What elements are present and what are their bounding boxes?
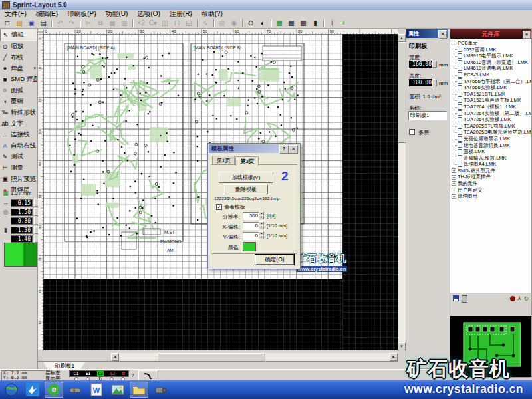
menu-item-5[interactable]: 注册(R) (165, 9, 197, 19)
save-icon[interactable]: ▣ (26, 19, 37, 28)
dialog-help-icon[interactable]: ? (279, 145, 289, 154)
duplicate-x2-icon[interactable]: ×2 (136, 19, 147, 28)
library-file[interactable]: LM3915电平指示.LMK (450, 53, 531, 59)
tool-trace[interactable]: ╱布线 (0, 52, 37, 63)
cut-icon[interactable]: ✂ (83, 19, 94, 28)
menu-item-3[interactable]: 功能(U) (100, 9, 132, 19)
track-width-setting[interactable]: ↔ 0.15 (2, 199, 39, 207)
width-spin-button[interactable] (432, 61, 437, 68)
delete-icon[interactable]: ▥ (119, 19, 130, 28)
height-value[interactable]: 100.00 (409, 79, 433, 86)
dropdown-arrow-icon[interactable]: ▾ (33, 66, 36, 71)
tool-test[interactable]: ✎测试 (0, 152, 37, 163)
smd-height-setting[interactable]: 1.40 (2, 235, 39, 243)
library-file[interactable]: 继电器音源切换.LMK (450, 142, 531, 149)
width-value[interactable]: 160.00 (409, 61, 433, 68)
library-group[interactable]: +SMD-贴片型元件 (450, 168, 531, 174)
multilayer-checkbox[interactable] (409, 129, 415, 135)
menu-item-4[interactable]: 选项(O) (132, 9, 164, 19)
height-spin-button[interactable] (432, 79, 437, 86)
pad-size-setting[interactable]: ◎ 1.50 (2, 208, 39, 216)
canvas-outside-right[interactable] (342, 34, 398, 350)
info-icon[interactable]: i (327, 19, 338, 28)
properties-close-icon[interactable]: × (438, 30, 447, 39)
library-record-icon[interactable] (510, 296, 515, 301)
x-offset-input[interactable]: 0 (243, 222, 259, 230)
smd-width-value[interactable]: 1.30 (11, 227, 33, 234)
taskbar-browser[interactable]: e (45, 382, 63, 398)
photoview-dark2-icon[interactable]: ▩ (298, 19, 309, 28)
library-save-icon[interactable] (453, 295, 459, 301)
menu-item-1[interactable]: 编辑(E) (31, 9, 63, 19)
menu-item-6[interactable]: 帮助(?) (197, 9, 227, 19)
taskbar-folder[interactable] (130, 382, 148, 398)
undo-icon[interactable]: ↶ (55, 19, 66, 28)
tool-autoroute[interactable]: A自动布线 (0, 140, 37, 152)
library-file[interactable]: PCB-3.LMK (450, 72, 531, 78)
tab-page-2[interactable]: 第2页 (235, 156, 258, 166)
library-branch-icon[interactable]: ⅄ (518, 295, 521, 301)
multilayer-row[interactable]: 多层 (409, 129, 429, 136)
expand-icon[interactable]: + (452, 168, 456, 173)
library-file[interactable]: TEA2025B电脑光驱位功放.LMK (450, 129, 531, 136)
menu-item-0[interactable]: 文件(F) (0, 9, 31, 19)
library-close-icon[interactable]: × (523, 31, 531, 39)
smd-height-value[interactable]: 1.40 (11, 235, 33, 243)
view-template-checkbox[interactable]: ✓ (216, 204, 222, 210)
contrast-icon[interactable]: ◐ (257, 19, 269, 28)
library-file[interactable]: TEA2025BTL功放.LMK (450, 123, 531, 130)
expand-icon[interactable]: + (452, 181, 456, 186)
tool-smd-pad[interactable]: ■SMD 焊盘 (0, 74, 37, 85)
grid-setting[interactable]: ▦ 1.27 mm (2, 190, 31, 196)
library-file[interactable]: 原理图A4.LMK (450, 161, 531, 168)
library-group[interactable]: +用户自定义 (450, 187, 531, 194)
expand-icon[interactable]: + (452, 175, 456, 180)
photoview-green-icon[interactable]: ▩ (274, 19, 285, 28)
open-icon[interactable]: ▨ (14, 19, 25, 28)
tool-edit[interactable]: ↖编辑 (0, 29, 37, 41)
library-file[interactable]: TDA1521BTL.LMK (450, 91, 531, 98)
canvas-outside-bottom[interactable] (43, 279, 342, 350)
library-file[interactable]: TAT666电平指示（第二台）.LMK (450, 78, 531, 85)
library-file[interactable]: 音频输入.预放.LMK (450, 155, 531, 162)
delete-template-button[interactable]: 删除模板 (224, 184, 268, 194)
library-file[interactable]: 面板.LMK (450, 148, 531, 155)
track-width-value[interactable]: 0.15 (11, 200, 33, 207)
view-template-row[interactable]: ✓ 查看模板 (216, 203, 245, 211)
expand-icon[interactable]: + (452, 194, 456, 199)
library-file[interactable]: 5532音调.LMK (450, 47, 531, 53)
tool-photo-preview[interactable]: ▣照片预览 (0, 174, 37, 185)
vertical-scrollbar[interactable]: ▲ ▼ (398, 34, 406, 350)
library-file[interactable]: TDA7264实验板.LMK (450, 116, 531, 123)
library-file[interactable]: 光驱位频谱显示.LMK (450, 136, 531, 142)
library-group[interactable]: +原理图用 (450, 193, 531, 200)
taskbar-globe[interactable] (2, 382, 21, 398)
mirror-horizontal-icon[interactable]: ◫ (160, 19, 171, 28)
tool-special-shape[interactable]: ‰特殊形状 (0, 107, 37, 118)
horizontal-scrollbar[interactable]: ◄ ► (111, 353, 398, 361)
crosshair-icon[interactable]: + (338, 19, 350, 28)
smd-width-setting[interactable]: ▮ 1.30 (2, 226, 39, 234)
library-root[interactable]: −PCB单元 (450, 40, 531, 47)
taskbar-bird[interactable] (23, 382, 42, 398)
taskbar-word[interactable]: W (87, 382, 106, 398)
dialog-title-bar[interactable]: 模板属性 ? × (209, 144, 299, 153)
mirror-vertical-icon[interactable]: ⊟ (172, 19, 183, 28)
resolution-spinner[interactable]: ▲▼ (259, 211, 264, 219)
color-swatch[interactable] (243, 242, 256, 251)
pad-size-value[interactable]: 1.50 (11, 209, 33, 216)
via-icon[interactable]: ◎ (217, 19, 228, 28)
tool-text[interactable]: ab文字 (0, 118, 37, 130)
connect-icon[interactable]: ∿ (200, 19, 211, 28)
library-delete-icon[interactable] (462, 295, 467, 303)
resolution-input[interactable]: 300 (243, 212, 259, 220)
collapse-icon[interactable]: − (452, 41, 456, 45)
y-offset-input[interactable]: 0 (243, 232, 259, 240)
library-group[interactable]: +TH-标准直插件 (450, 174, 531, 180)
board-name-input[interactable]: 印刷板1 (408, 111, 447, 120)
pad-drill-value[interactable]: 0.80 (11, 217, 33, 225)
library-file[interactable]: LM4610音调电路.LMK (450, 65, 531, 72)
paste-icon[interactable]: ▦ (107, 19, 118, 28)
solder-dark-icon[interactable]: ▮ (310, 19, 321, 28)
copy-icon[interactable]: ⧉ (95, 19, 106, 28)
